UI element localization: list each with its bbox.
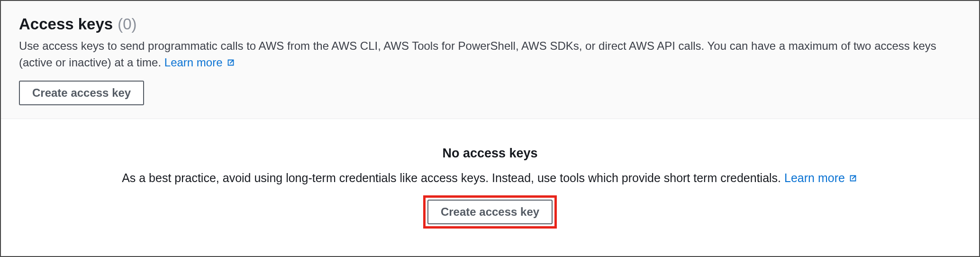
empty-state-title: No access keys (442, 146, 537, 161)
title-row: Access keys (0) (19, 15, 961, 33)
external-link-icon (848, 173, 858, 184)
learn-more-label: Learn more (164, 55, 223, 71)
external-link-icon (226, 57, 236, 68)
learn-more-link-header[interactable]: Learn more (164, 55, 236, 71)
panel-title: Access keys (19, 15, 113, 33)
access-keys-count: (0) (118, 15, 136, 33)
empty-description-text: As a best practice, avoid using long-ter… (122, 171, 784, 184)
learn-more-link-body[interactable]: Learn more (784, 171, 858, 185)
empty-state: No access keys As a best practice, avoid… (1, 119, 979, 256)
highlighted-create-button-wrapper: Create access key (423, 195, 557, 229)
learn-more-label-body: Learn more (784, 171, 845, 185)
access-keys-panel: Access keys (0) Use access keys to send … (0, 0, 980, 257)
create-access-key-button-body[interactable]: Create access key (427, 200, 553, 224)
panel-description: Use access keys to send programmatic cal… (19, 38, 961, 71)
panel-header: Access keys (0) Use access keys to send … (1, 1, 979, 119)
create-access-key-button-header[interactable]: Create access key (19, 81, 144, 105)
empty-state-description: As a best practice, avoid using long-ter… (122, 171, 858, 185)
description-text: Use access keys to send programmatic cal… (19, 39, 936, 69)
